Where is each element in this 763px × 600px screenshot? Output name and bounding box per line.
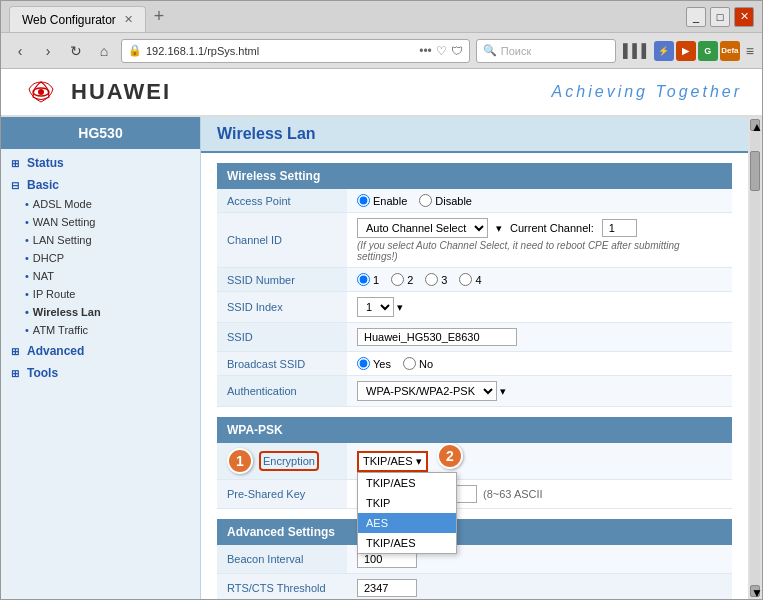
sidebar-item-tools[interactable]: ⊞ Tools xyxy=(1,363,200,383)
radio-ssid-3[interactable]: 3 xyxy=(425,273,447,286)
value-rts-cts xyxy=(347,574,732,600)
address-bar: ‹ › ↻ ⌂ 🔒 192.168.1.1/rpSys.html ••• ♡ 🛡… xyxy=(1,33,762,69)
forward-button[interactable]: › xyxy=(37,40,59,62)
sidebar-item-basic[interactable]: ⊟ Basic xyxy=(1,175,200,195)
main-layout: HG530 ⊞ Status ⊟ Basic ADSL Mode xyxy=(1,117,762,599)
ext-icon-4[interactable]: Defa xyxy=(720,41,740,61)
url-icons: ••• ♡ 🛡 xyxy=(419,44,463,58)
scrollbar-down[interactable]: ▼ xyxy=(750,585,760,597)
maximize-button[interactable]: □ xyxy=(710,7,730,27)
ssid-index-select[interactable]: 1 xyxy=(357,297,394,317)
ssid-input[interactable] xyxy=(357,328,517,346)
sidebar-item-adsl-mode[interactable]: ADSL Mode xyxy=(1,195,200,213)
channel-row: Auto Channel Select ▾ Current Channel: xyxy=(357,218,722,238)
badge-2: 2 xyxy=(437,443,463,469)
label-encryption: 1 Encryption xyxy=(217,443,347,480)
channel-select[interactable]: Auto Channel Select xyxy=(357,218,488,238)
sidebar-item-status[interactable]: ⊞ Status xyxy=(1,153,200,173)
radio-no[interactable]: No xyxy=(403,357,433,370)
sidebar-item-ip-route[interactable]: IP Route xyxy=(1,285,200,303)
sidebar-item-dhcp[interactable]: DHCP xyxy=(1,249,200,267)
advanced-settings-table: Advanced Settings Beacon Interval RTS/CT… xyxy=(217,519,732,599)
toggle-icon-basic: ⊟ xyxy=(11,180,19,191)
value-ssid-number: 1 2 3 4 xyxy=(347,268,732,292)
scrollbar-track xyxy=(750,131,760,585)
sidebar-item-atm-traffic[interactable]: ATM Traffic xyxy=(1,321,200,339)
sidebar: HG530 ⊞ Status ⊟ Basic ADSL Mode xyxy=(1,117,201,599)
sidebar-item-nat[interactable]: NAT xyxy=(1,267,200,285)
label-channel-id: Channel ID xyxy=(217,213,347,268)
table-row-access-point: Access Point Enable Disable xyxy=(217,189,732,213)
new-tab-button[interactable]: + xyxy=(148,6,171,27)
url-bar[interactable]: 🔒 192.168.1.1/rpSys.html ••• ♡ 🛡 xyxy=(121,39,470,63)
encryption-dropdown[interactable]: TKIP/AES ▾ xyxy=(357,451,428,472)
sidebar-item-wan-setting[interactable]: WAN Setting xyxy=(1,213,200,231)
ext-icon-3[interactable]: G xyxy=(698,41,718,61)
search-placeholder: Поиск xyxy=(501,45,531,57)
authentication-select[interactable]: WPA-PSK/WPA2-PSK xyxy=(357,381,497,401)
rts-cts-input[interactable] xyxy=(357,579,417,597)
radio-enable[interactable]: Enable xyxy=(357,194,407,207)
ssid-number-radio-group: 1 2 3 4 xyxy=(357,273,722,286)
url-menu-icon: ••• xyxy=(419,44,432,58)
svg-point-1 xyxy=(38,89,44,95)
device-name: HG530 xyxy=(1,117,200,149)
dropdown-item-tkipaes-2[interactable]: TKIP/AES xyxy=(358,533,456,553)
more-menu-button[interactable]: ≡ xyxy=(746,43,754,59)
value-encryption: TKIP/AES ▾ TKIP/AES TKIP AES TKIP/AES xyxy=(347,443,732,480)
close-button[interactable]: ✕ xyxy=(734,7,754,27)
brand-tagline: Achieving Together xyxy=(552,83,742,101)
pre-shared-key-hint: (8~63 ASCII xyxy=(483,488,543,500)
label-beacon-interval: Beacon Interval xyxy=(217,545,347,574)
back-button[interactable]: ‹ xyxy=(9,40,31,62)
value-channel-id: Auto Channel Select ▾ Current Channel: (… xyxy=(347,213,732,268)
minimize-button[interactable]: _ xyxy=(686,7,706,27)
brand-name: HUAWEI xyxy=(71,79,171,105)
browser-window: Web Configurator ✕ + _ □ ✕ ‹ › ↻ ⌂ 🔒 192… xyxy=(0,0,763,600)
label-rts-cts: RTS/CTS Threshold xyxy=(217,574,347,600)
tab-title: Web Configurator xyxy=(22,13,116,27)
huawei-header: HUAWEI Achieving Together xyxy=(1,69,762,117)
dropdown-item-aes[interactable]: AES xyxy=(358,513,456,533)
ext-icon-2[interactable]: ▶ xyxy=(676,41,696,61)
tab-bar: Web Configurator ✕ + xyxy=(9,1,170,32)
table-row-ssid-number: SSID Number 1 2 3 4 xyxy=(217,268,732,292)
dropdown-item-tkip[interactable]: TKIP xyxy=(358,493,456,513)
label-ssid: SSID xyxy=(217,323,347,352)
sidebar-item-wireless-lan[interactable]: Wireless Lan xyxy=(1,303,200,321)
table-row-encryption: 1 Encryption TKIP/AES ▾ xyxy=(217,443,732,480)
table-row-beacon-interval: Beacon Interval xyxy=(217,545,732,574)
radio-yes[interactable]: Yes xyxy=(357,357,391,370)
table-row-channel-id: Channel ID Auto Channel Select ▾ Current… xyxy=(217,213,732,268)
current-channel-input[interactable] xyxy=(602,219,637,237)
encryption-highlight: Encryption xyxy=(259,451,319,471)
encryption-label-container: 1 Encryption xyxy=(227,448,337,474)
ext-icon-1[interactable]: ⚡ xyxy=(654,41,674,61)
reload-button[interactable]: ↻ xyxy=(65,40,87,62)
content-area: Wireless Lan Wireless Setting Access Poi… xyxy=(201,117,748,599)
sidebar-item-lan-setting[interactable]: LAN Setting xyxy=(1,231,200,249)
window-controls: _ □ ✕ xyxy=(686,7,754,27)
value-broadcast-ssid: Yes No xyxy=(347,352,732,376)
browser-tab[interactable]: Web Configurator ✕ xyxy=(9,6,146,32)
tab-close-button[interactable]: ✕ xyxy=(124,13,133,26)
sidebar-item-advanced[interactable]: ⊞ Advanced xyxy=(1,341,200,361)
wpa-psk-header: WPA-PSK xyxy=(217,417,732,443)
search-bar[interactable]: 🔍 Поиск xyxy=(476,39,616,63)
radio-ssid-2[interactable]: 2 xyxy=(391,273,413,286)
scrollbar-thumb[interactable] xyxy=(750,151,760,191)
dropdown-item-tkipaes-1[interactable]: TKIP/AES xyxy=(358,473,456,493)
wireless-settings-table: Wireless Setting Access Point Enable Dis… xyxy=(217,163,732,407)
access-point-radio-group: Enable Disable xyxy=(357,194,722,207)
sidebar-section-status: ⊞ Status ⊟ Basic ADSL Mode WAN Setting L xyxy=(1,149,200,387)
huawei-logo-icon xyxy=(21,77,61,107)
table-row-rts-cts: RTS/CTS Threshold xyxy=(217,574,732,600)
page-title-bar: Wireless Lan xyxy=(201,117,748,153)
label-ssid-number: SSID Number xyxy=(217,268,347,292)
radio-disable[interactable]: Disable xyxy=(419,194,472,207)
scrollbar[interactable]: ▲ ▼ xyxy=(748,117,762,599)
home-button[interactable]: ⌂ xyxy=(93,40,115,62)
radio-ssid-1[interactable]: 1 xyxy=(357,273,379,286)
radio-ssid-4[interactable]: 4 xyxy=(459,273,481,286)
scrollbar-up[interactable]: ▲ xyxy=(750,119,760,131)
